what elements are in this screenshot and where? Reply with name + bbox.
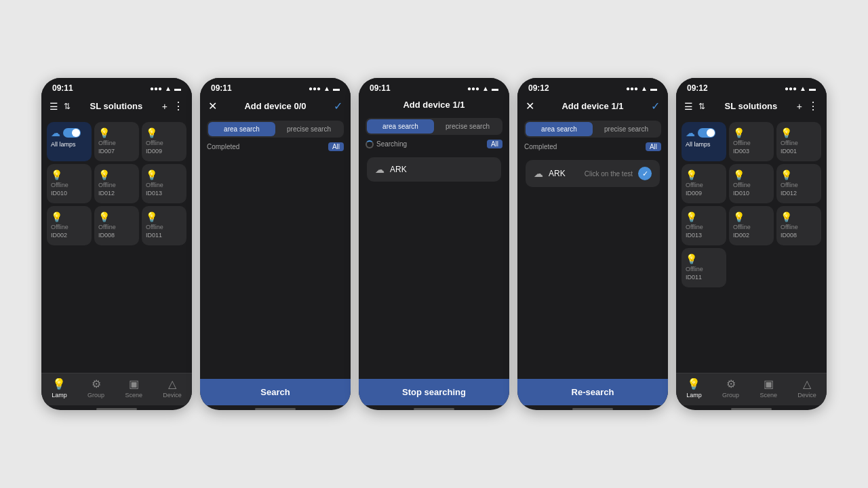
device-card-id010-s5[interactable]: 💡 Offline ID010 <box>729 164 774 203</box>
home-bar-1 <box>96 408 137 410</box>
device-card-id009[interactable]: 💡 Offline ID009 <box>142 122 186 161</box>
searching-indicator: Searching <box>366 140 407 148</box>
status-icons-5: ●●● ▲ ▬ <box>785 85 816 92</box>
confirm-btn-2[interactable]: ✓ <box>334 100 342 113</box>
tab-scene-1[interactable]: ▣ Scene <box>125 378 142 399</box>
device-card-id008[interactable]: 💡 Offline ID008 <box>94 206 139 245</box>
all-lamps-toggle-5[interactable] <box>698 128 715 138</box>
offline-id008: Offline <box>98 224 116 230</box>
tab-group-1[interactable]: ⚙ Group <box>87 378 104 399</box>
segment-precise-2[interactable]: precise search <box>275 122 342 136</box>
ark-check-icon[interactable]: ✓ <box>638 167 652 180</box>
label-id009: ID009 <box>146 148 162 155</box>
all-badge-3[interactable]: All <box>487 140 502 148</box>
tab-bar-5: 💡 Lamp ⚙ Group ▣ Scene △ Device <box>676 373 827 405</box>
add-icon-5[interactable]: + <box>797 101 802 112</box>
lamp-tab-icon-5: 💡 <box>687 378 701 390</box>
spinner-icon <box>366 140 374 148</box>
lamp-icon-id010-s5: 💡 <box>733 169 745 180</box>
device-card-id013-s5[interactable]: 💡 Offline ID013 <box>682 206 726 245</box>
device-grid-1: ☁ All lamps 💡 Offline ID007 💡 Offline ID… <box>44 119 189 248</box>
more-icon-5[interactable]: ⋮ <box>808 100 818 113</box>
device-card-id011-s1[interactable]: 💡 Offline ID011 <box>142 206 186 245</box>
more-icon-1[interactable]: ⋮ <box>173 100 184 113</box>
segment-area-4[interactable]: area search <box>526 122 593 136</box>
device-card-id002-s1[interactable]: 💡 Offline ID002 <box>47 206 92 245</box>
all-badge-2[interactable]: All <box>328 142 344 151</box>
tab-group-5[interactable]: ⚙ Group <box>722 378 739 399</box>
menu-icon-1[interactable]: ☰ <box>50 101 58 112</box>
scene-tab-icon-5: ▣ <box>764 378 774 390</box>
all-lamps-card[interactable]: ☁ All lamps <box>47 122 92 161</box>
device-card-id001[interactable]: 💡 Offline ID001 <box>776 122 821 161</box>
tab-device-1[interactable]: △ Device <box>163 378 182 399</box>
signal-icon-2: ●●● <box>309 85 321 92</box>
nav-right-5: + ⋮ <box>797 100 818 113</box>
all-lamps-toggle-row-5: ☁ <box>686 127 715 138</box>
search-button-2[interactable]: Search <box>200 379 351 405</box>
lamp-icon-id012-s5: 💡 <box>781 169 792 180</box>
segment-area-3[interactable]: area search <box>367 119 434 134</box>
device-card-id002-s5[interactable]: 💡 Offline ID002 <box>729 206 774 245</box>
group-tab-label-1: Group <box>87 392 104 399</box>
device-card-id012[interactable]: 💡 Offline ID012 <box>94 164 139 203</box>
label-id001: ID001 <box>781 148 797 155</box>
all-badge-4[interactable]: All <box>646 142 661 151</box>
group-tab-label-5: Group <box>722 392 739 399</box>
label-id002-s1: ID002 <box>51 232 67 239</box>
device-list-4: ☁ ARK Click on the test ✓ <box>517 153 668 379</box>
offline-id010-s5: Offline <box>733 182 751 188</box>
nav-title-5: SL solutions <box>725 101 778 111</box>
lamp-tab-label-1: Lamp <box>52 392 67 399</box>
label-id012: ID012 <box>98 190 115 197</box>
segment-precise-3[interactable]: precise search <box>434 119 501 134</box>
lamp-icon-id013: 💡 <box>146 169 157 180</box>
add-icon-1[interactable]: + <box>162 101 167 112</box>
segment-3: area search precise search <box>366 118 502 135</box>
label-id013-s5: ID013 <box>686 232 702 239</box>
re-search-button[interactable]: Re-search <box>517 379 668 405</box>
tab-device-5[interactable]: △ Device <box>797 378 816 399</box>
segment-area-2[interactable]: area search <box>208 122 275 136</box>
home-bar-3 <box>414 408 454 410</box>
device-card-id009-s5[interactable]: 💡 Offline ID009 <box>682 164 726 203</box>
stop-searching-button[interactable]: Stop searching <box>359 379 509 405</box>
device-card-id013[interactable]: 💡 Offline ID013 <box>142 164 186 203</box>
lamp-icon-id002-s1: 💡 <box>51 211 62 222</box>
device-card-id012-s5[interactable]: 💡 Offline ID012 <box>776 164 821 203</box>
close-btn-4[interactable]: ✕ <box>526 100 534 113</box>
device-card-id008-s5[interactable]: 💡 Offline ID008 <box>776 206 821 245</box>
label-id011-s5: ID011 <box>686 274 702 281</box>
close-btn-2[interactable]: ✕ <box>208 100 217 113</box>
ark-row-3[interactable]: ☁ ARK <box>367 157 501 182</box>
device-card-id007[interactable]: 💡 Offline ID007 <box>94 122 139 161</box>
all-lamps-toggle[interactable] <box>63 128 81 138</box>
status-bar-3: 09:11 ●●● ▲ ▬ <box>359 78 509 96</box>
menu-icon-5[interactable]: ☰ <box>684 101 693 112</box>
all-lamps-card-5[interactable]: ☁ All lamps <box>682 122 726 161</box>
status-icons-1: ●●● ▲ ▬ <box>150 85 181 92</box>
tab-lamp-5[interactable]: 💡 Lamp <box>686 378 702 399</box>
lamp-icon-id003: 💡 <box>733 127 745 138</box>
all-lamps-label: All lamps <box>51 141 76 148</box>
label-id008: ID008 <box>98 232 115 239</box>
wifi-icon-1: ▲ <box>165 85 172 92</box>
tab-scene-5[interactable]: ▣ Scene <box>760 378 777 399</box>
label-id009-s5: ID009 <box>686 190 702 197</box>
sort-icon-1[interactable]: ⇅ <box>64 102 71 111</box>
scene-tab-icon-1: ▣ <box>129 378 139 390</box>
device-card-id011-s5[interactable]: 💡 Offline ID011 <box>682 248 726 287</box>
ark-row-4[interactable]: ☁ ARK Click on the test ✓ <box>526 160 660 187</box>
tab-lamp-1[interactable]: 💡 Lamp <box>52 378 67 399</box>
segment-precise-4[interactable]: precise search <box>593 122 660 136</box>
device-tab-label-5: Device <box>797 392 816 399</box>
sort-icon-5[interactable]: ⇅ <box>698 102 705 111</box>
time-4: 09:12 <box>528 83 549 93</box>
offline-id009: Offline <box>146 140 163 146</box>
screen-add-device-searching: 09:11 ●●● ▲ ▬ Add device 1/1 area search… <box>359 78 509 410</box>
device-card-id003[interactable]: 💡 Offline ID003 <box>729 122 774 161</box>
confirm-btn-4[interactable]: ✓ <box>651 100 660 113</box>
searching-text: Searching <box>376 140 407 148</box>
label-id011-s1: ID011 <box>146 232 162 239</box>
device-card-id010[interactable]: 💡 Offline ID010 <box>47 164 92 203</box>
